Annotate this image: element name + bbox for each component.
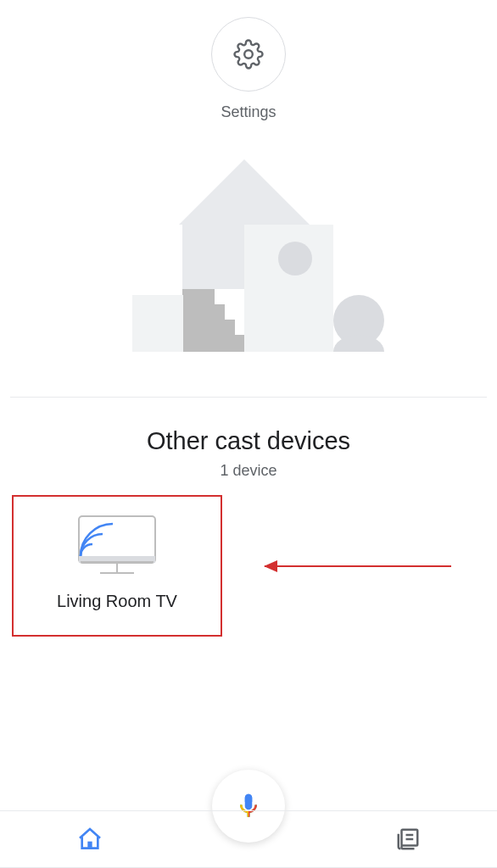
device-label: Living Room TV: [57, 592, 177, 611]
gear-icon: [233, 39, 264, 70]
svg-marker-1: [179, 159, 310, 225]
svg-rect-7: [225, 304, 244, 320]
bottom-nav: [0, 810, 497, 868]
settings-label: Settings: [221, 103, 276, 121]
annotation-arrow: [265, 565, 451, 567]
cast-tv-icon: [70, 512, 164, 580]
svg-rect-16: [87, 842, 92, 849]
svg-rect-13: [81, 561, 154, 563]
svg-rect-17: [402, 830, 418, 846]
section-title: Other cast devices: [0, 427, 497, 455]
home-icon: [76, 826, 103, 853]
svg-point-4: [278, 242, 312, 275]
svg-rect-11: [79, 516, 155, 563]
nav-home[interactable]: [76, 826, 103, 853]
nav-feed[interactable]: [395, 826, 421, 852]
svg-rect-6: [215, 289, 244, 304]
divider: [10, 397, 488, 398]
section-subtitle: 1 device: [0, 462, 497, 480]
settings-button[interactable]: [211, 17, 286, 92]
svg-rect-9: [132, 295, 183, 352]
feed-icon: [395, 826, 421, 852]
svg-point-0: [244, 50, 253, 58]
device-card-living-room-tv[interactable]: Living Room TV: [12, 495, 222, 637]
house-illustration: [79, 155, 418, 367]
svg-rect-8: [235, 320, 244, 335]
